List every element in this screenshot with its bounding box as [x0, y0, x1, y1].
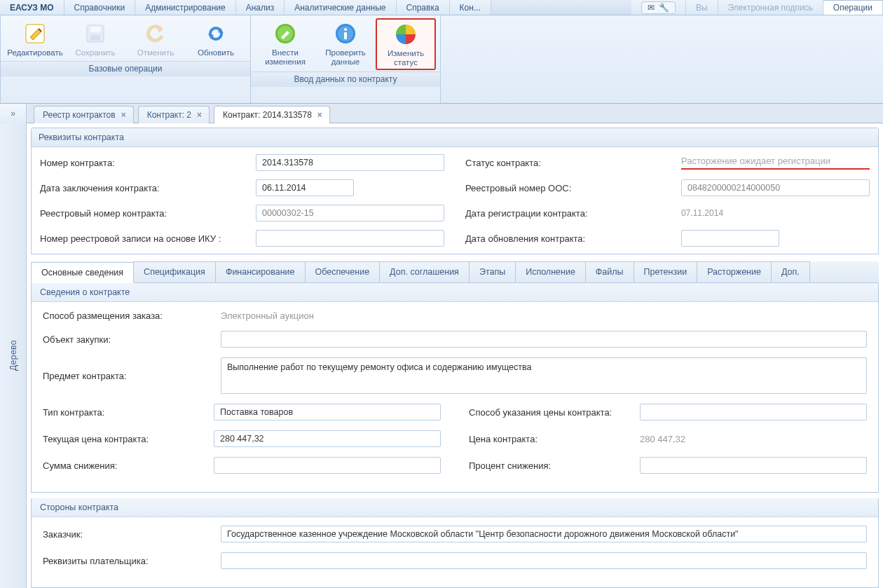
close-icon[interactable]: ×: [197, 110, 202, 120]
method-label: Способ размещения заказа:: [43, 310, 211, 321]
menu-analysis[interactable]: Анализ: [236, 0, 285, 15]
tab-registry[interactable]: Реестр контрактов×: [34, 106, 134, 124]
subtab-claims[interactable]: Претензии: [634, 261, 698, 282]
subtab-security[interactable]: Обеспечение: [305, 261, 381, 282]
menu-help[interactable]: Справка: [397, 0, 450, 15]
refresh-icon: [204, 22, 228, 46]
ribbon: Редактировать Сохранить Отменить Обновит…: [0, 15, 883, 104]
pricemode-label: Способ указания цены контракта:: [469, 407, 630, 418]
menu-references[interactable]: Справочники: [64, 0, 136, 15]
subtab-main[interactable]: Основные сведения: [31, 262, 134, 283]
subtabs: Основные сведения Спецификация Финансиро…: [31, 261, 879, 283]
contract-parties-section: Стороны контракта Заказчик: Реквизиты пл…: [31, 498, 879, 588]
subtab-stages[interactable]: Этапы: [469, 261, 516, 282]
sidebar-label: Дерево: [8, 340, 18, 371]
contract-info-section: Сведения о контракте Способ размещения з…: [31, 283, 879, 493]
type-label: Тип контракта:: [43, 407, 204, 418]
payer-field[interactable]: [221, 552, 867, 569]
object-label: Объект закупки:: [43, 334, 211, 345]
save-button: Сохранить: [65, 18, 125, 60]
customer-field[interactable]: [221, 526, 867, 542]
menu-truncated[interactable]: Кон...: [450, 0, 491, 15]
curprice-label: Текущая цена контракта:: [43, 434, 204, 444]
svg-rect-3: [90, 35, 100, 41]
price-label: Цена контракта:: [469, 434, 630, 444]
contract-info-title: Сведения о контракте: [32, 283, 878, 302]
edit-icon: [23, 22, 47, 46]
header-operations-tab[interactable]: Операции: [823, 0, 883, 15]
content-scroll[interactable]: Реквизиты контракта Номер контракта: Ста…: [27, 123, 883, 588]
sidebar-collapsed[interactable]: Дерево: [0, 123, 27, 588]
expand-sidebar-button[interactable]: »: [0, 104, 27, 123]
type-field[interactable]: [214, 404, 441, 421]
apply-changes-button[interactable]: Внести изменения: [255, 18, 315, 70]
contract-requisites-panel: Реквизиты контракта Номер контракта: Ста…: [31, 128, 879, 254]
subtab-termination[interactable]: Расторжение: [697, 261, 772, 282]
pricemode-field[interactable]: [640, 404, 867, 421]
tab-contract-current[interactable]: Контракт: 2014.313578×: [214, 106, 330, 124]
method-value: Электронный аукцион: [221, 310, 314, 321]
subtab-extra[interactable]: Доп.: [771, 261, 810, 282]
registry-number-label: Реестровый номер контракта:: [40, 208, 250, 219]
discpct-label: Процент снижения:: [469, 460, 630, 471]
curprice-field[interactable]: [214, 430, 441, 447]
mail-icon: ✉: [648, 3, 655, 13]
subject-field[interactable]: [221, 357, 867, 394]
discpct-field[interactable]: [640, 457, 867, 474]
close-icon[interactable]: ×: [317, 110, 322, 120]
update-date-label: Дата обновления контракта:: [465, 233, 676, 244]
contract-parties-title: Стороны контракта: [32, 498, 878, 517]
pie-icon: [394, 22, 418, 46]
ribbon-group-base: Редактировать Сохранить Отменить Обновит…: [0, 15, 251, 103]
contract-requisites-title: Реквизиты контракта: [32, 128, 878, 147]
object-field[interactable]: [221, 331, 867, 348]
header-icons[interactable]: ✉ 🔧: [631, 0, 686, 15]
svg-rect-9: [344, 32, 347, 39]
contract-number-label: Номер контракта:: [40, 158, 250, 168]
subtab-spec[interactable]: Спецификация: [133, 261, 216, 282]
customer-label: Заказчик:: [43, 529, 211, 540]
subtab-finance[interactable]: Финансирование: [215, 261, 306, 282]
ribbon-group-base-caption: Базовые операции: [1, 61, 250, 76]
registration-date-value: 07.11.2014: [681, 208, 723, 218]
doc-tabs-bar: » Реестр контрактов× Контракт: 2× Контра…: [0, 104, 883, 123]
close-icon[interactable]: ×: [121, 110, 126, 120]
tab-contract-2[interactable]: Контракт: 2×: [138, 106, 210, 124]
contract-date-field[interactable]: [256, 179, 354, 196]
iku-field[interactable]: [256, 230, 444, 247]
pencil-circle-icon: [273, 22, 297, 46]
svg-rect-8: [344, 28, 347, 31]
info-circle-icon: [334, 22, 357, 46]
subtab-execution[interactable]: Исполнение: [515, 261, 586, 282]
contract-status-value: Расторжение ожидает регистрации: [681, 156, 870, 170]
ribbon-group-contract: Внести изменения Проверить данные Измени…: [251, 15, 441, 103]
oos-number-field[interactable]: [681, 179, 870, 196]
discsum-field[interactable]: [214, 457, 441, 474]
check-data-button[interactable]: Проверить данные: [315, 18, 376, 70]
registry-number-field[interactable]: [256, 205, 444, 221]
registration-date-label: Дата регистрации контракта:: [465, 208, 676, 219]
save-icon: [83, 22, 107, 46]
contract-status-label: Статус контракта:: [465, 158, 676, 168]
edit-button[interactable]: Редактировать: [5, 18, 65, 60]
menu-analytics[interactable]: Аналитические данные: [285, 0, 396, 15]
wrench-icon: 🔧: [659, 3, 669, 13]
subtab-addendum[interactable]: Доп. соглашения: [379, 261, 470, 282]
main-area: Дерево Реквизиты контракта Номер контрак…: [0, 123, 883, 588]
contract-number-field[interactable]: [256, 154, 444, 171]
svg-rect-2: [90, 27, 100, 32]
app-title[interactable]: ЕАСУЗ МО: [0, 0, 64, 15]
ribbon-group-contract-caption: Ввод данных по контракту: [251, 71, 440, 87]
refresh-button[interactable]: Обновить: [186, 18, 246, 60]
payer-label: Реквизиты плательщика:: [43, 556, 211, 566]
iku-label: Номер реестровой записи на основе ИКУ :: [40, 233, 250, 244]
subject-label: Предмет контракта:: [43, 371, 211, 381]
contract-date-label: Дата заключения контракта:: [40, 183, 250, 193]
subtab-files[interactable]: Файлы: [585, 261, 634, 282]
update-date-field[interactable]: [681, 230, 779, 247]
discsum-label: Сумма снижения:: [43, 460, 204, 471]
header-esign[interactable]: Электронная подпись: [718, 0, 823, 15]
change-status-button[interactable]: Изменить статус: [376, 18, 436, 70]
undo-icon: [144, 22, 167, 46]
menu-admin[interactable]: Администрирование: [135, 0, 235, 15]
